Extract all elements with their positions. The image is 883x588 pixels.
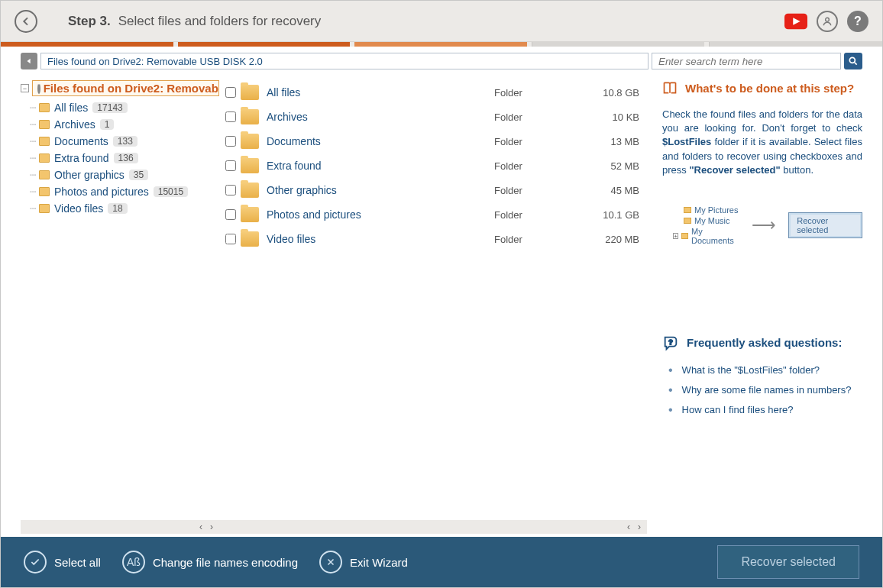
filelist-scrollbar[interactable]: ‹ › (219, 520, 647, 534)
folder-icon (39, 153, 50, 163)
file-checkbox[interactable] (225, 185, 236, 195)
file-name: Other graphics (267, 184, 494, 196)
tree-root[interactable]: Files found on Drive2: Removab (32, 80, 219, 96)
folder-icon (39, 137, 50, 146)
tree-item[interactable]: ┄Archives1 (42, 116, 219, 133)
tree-item-label: Photos and pictures (54, 186, 149, 198)
help-body: Check the found files and folders for th… (662, 108, 862, 177)
file-name: All files (267, 86, 494, 99)
search-input[interactable] (652, 53, 841, 69)
youtube-icon[interactable] (784, 13, 807, 30)
file-type: Folder (494, 87, 571, 99)
scroll-left-icon[interactable]: ‹ (196, 522, 205, 532)
file-name: Documents (267, 135, 494, 147)
tree-item[interactable]: ┄All files17143 (42, 99, 219, 116)
illustration-label: My Pictures (694, 205, 738, 215)
tree-item[interactable]: ┄Photos and pictures15015 (42, 183, 219, 200)
header: Step 3. Select files and folders for rec… (1, 1, 882, 42)
svg-point-2 (849, 57, 855, 63)
file-checkbox[interactable] (225, 111, 236, 122)
file-size: 220 MB (571, 234, 647, 245)
file-row[interactable]: All filesFolder10.8 GB (219, 80, 647, 105)
file-row[interactable]: DocumentsFolder13 MB (219, 129, 647, 153)
illustration-label: My Music (694, 216, 729, 225)
file-row[interactable]: Photos and picturesFolder10.1 GB (219, 202, 647, 227)
scroll-right-icon[interactable]: › (635, 522, 644, 532)
faq-item[interactable]: What is the "$LostFiles" folder? (662, 360, 862, 380)
folder-icon (39, 204, 50, 213)
tree-branch-icon: ┄ (30, 186, 36, 198)
folder-icon (684, 218, 691, 224)
tree-branch-icon: ┄ (30, 135, 36, 147)
tree-item-count: 133 (113, 136, 137, 147)
breadcrumb-back-button[interactable] (21, 53, 37, 69)
select-all-button[interactable]: Select all (24, 551, 101, 573)
illustration-row: My Music (673, 215, 739, 226)
breadcrumb[interactable]: Files found on Drive2: Removable USB DIS… (40, 53, 649, 69)
file-size: 10.1 GB (571, 209, 647, 221)
tree-item-count: 17143 (92, 102, 127, 113)
header-actions: ? (784, 11, 868, 32)
tree-item[interactable]: ┄Other graphics35 (42, 166, 219, 183)
faq-item[interactable]: How can I find files here? (662, 400, 862, 420)
search-button[interactable] (844, 53, 862, 69)
encoding-label: Change file names encoding (153, 556, 298, 569)
recover-selected-label: Recover selected (741, 555, 836, 568)
file-checkbox[interactable] (225, 234, 236, 244)
scroll-left-icon[interactable]: ‹ (624, 522, 633, 532)
tree-item-label: Video files (54, 202, 103, 215)
user-icon[interactable] (817, 11, 838, 32)
tree-collapse-icon[interactable]: − (21, 84, 29, 92)
encoding-button[interactable]: Aß Change file names encoding (122, 551, 298, 573)
step-number: Step 3. (68, 14, 111, 29)
folder-tree: − Files found on Drive2: Removab ┄All fi… (21, 76, 219, 520)
folder-icon (241, 231, 259, 247)
file-list: All filesFolder10.8 GBArchivesFolder10 K… (219, 76, 647, 520)
file-name: Extra found (267, 160, 494, 172)
file-type: Folder (494, 209, 571, 221)
help-heading: What's to be done at this step? (662, 80, 862, 95)
folder-icon (39, 120, 50, 129)
tree-item-count: 18 (108, 203, 127, 214)
folder-icon (241, 158, 259, 173)
arrow-icon: ⟶ (752, 215, 776, 235)
file-size: 10.8 GB (571, 87, 647, 99)
file-row[interactable]: Extra foundFolder52 MB (219, 153, 647, 178)
file-checkbox[interactable] (225, 160, 236, 171)
folder-icon (241, 207, 259, 222)
tree-item-label: Documents (54, 135, 108, 147)
folder-icon (684, 207, 691, 213)
file-list-panel: All filesFolder10.8 GBArchivesFolder10 K… (219, 76, 647, 534)
file-row[interactable]: Video filesFolder220 MB (219, 227, 647, 251)
faq-item[interactable]: Why are some file names in numbers? (662, 380, 862, 400)
file-row[interactable]: Other graphicsFolder45 MB (219, 178, 647, 202)
scroll-right-icon[interactable]: › (207, 522, 216, 532)
expand-icon: + (673, 233, 678, 239)
file-checkbox[interactable] (225, 87, 236, 98)
tree-scrollbar[interactable]: ‹ › (21, 520, 219, 534)
close-icon (319, 551, 342, 573)
file-type: Folder (494, 234, 571, 245)
book-icon (662, 80, 678, 95)
tree-branch-icon: ┄ (30, 202, 36, 215)
tree-item[interactable]: ┄Documents133 (42, 133, 219, 150)
help-illustration: My PicturesMy Music+My Documents ⟶ Recov… (662, 205, 862, 246)
tree-branch-icon: ┄ (30, 169, 36, 181)
check-icon (24, 551, 47, 573)
file-row[interactable]: ArchivesFolder10 KB (219, 105, 647, 129)
recover-selected-button[interactable]: Recover selected (717, 545, 859, 579)
file-checkbox[interactable] (225, 136, 236, 147)
file-size: 13 MB (571, 136, 647, 147)
file-size: 52 MB (571, 160, 647, 172)
faq-item-label: Why are some file names in numbers? (682, 384, 852, 396)
tree-item[interactable]: ┄Extra found136 (42, 150, 219, 166)
exit-wizard-button[interactable]: Exit Wizard (319, 551, 408, 573)
tree-branch-icon: ┄ (30, 152, 36, 164)
tree-item[interactable]: ┄Video files18 (42, 200, 219, 217)
tree-panel: − Files found on Drive2: Removab ┄All fi… (21, 76, 219, 534)
tree-branch-icon: ┄ (30, 118, 36, 131)
help-icon[interactable]: ? (847, 11, 868, 32)
file-checkbox[interactable] (225, 209, 236, 220)
faq-item-label: How can I find files here? (682, 404, 794, 415)
back-button[interactable] (15, 10, 37, 33)
